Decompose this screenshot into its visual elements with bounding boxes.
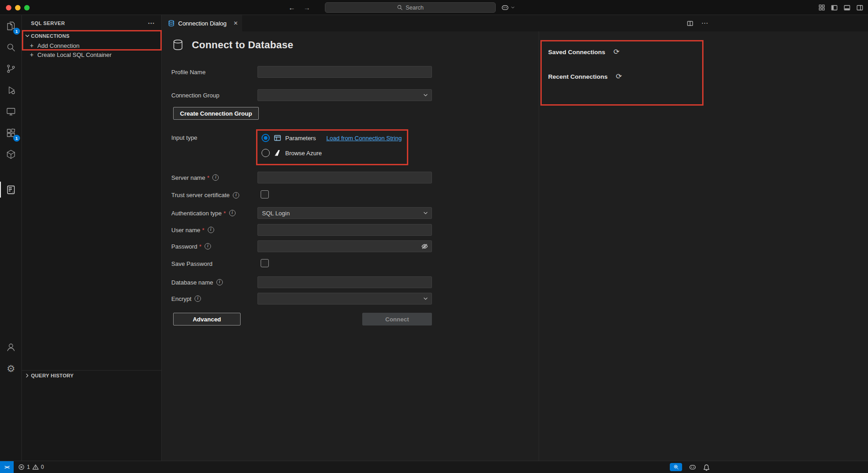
- chevron-down-icon: [422, 92, 429, 98]
- search-label: Search: [406, 5, 424, 11]
- info-icon[interactable]: i: [195, 295, 201, 302]
- activitybar-extensions[interactable]: 1: [0, 122, 22, 143]
- activitybar-source-control[interactable]: [0, 58, 22, 79]
- parameters-radio[interactable]: [262, 134, 270, 142]
- info-icon[interactable]: i: [233, 192, 239, 198]
- saved-connections-header: Saved Connections: [548, 49, 605, 56]
- encrypt-label: Encrypt i: [171, 295, 257, 302]
- authentication-type-select[interactable]: SQL Login: [257, 207, 432, 219]
- package-icon: [5, 149, 16, 160]
- input-type-parameters-option[interactable]: Parameters Load from Connection String: [262, 133, 432, 142]
- sidebar-more-actions-icon[interactable]: ⋯: [148, 19, 155, 27]
- password-input[interactable]: [257, 240, 432, 252]
- remote-indicator[interactable]: ><: [0, 461, 14, 473]
- split-editor-icon[interactable]: [687, 20, 693, 27]
- workbench: 1: [0, 15, 868, 461]
- close-tab-icon[interactable]: ✕: [233, 20, 238, 26]
- advanced-button[interactable]: Advanced: [173, 313, 241, 326]
- sql-server-icon: [5, 184, 16, 195]
- database-icon: [172, 39, 184, 51]
- problems-status-item[interactable]: 1 0: [18, 464, 44, 470]
- vscode-window: ← → Search: [0, 0, 868, 473]
- load-from-connection-string-link[interactable]: Load from Connection String: [326, 135, 401, 142]
- notifications-bell-icon[interactable]: [703, 464, 710, 471]
- toggle-primary-sidebar-icon[interactable]: [831, 4, 838, 11]
- toggle-password-visibility-icon[interactable]: [421, 243, 428, 250]
- copilot-status-icon[interactable]: [689, 463, 696, 471]
- input-type-browse-azure-option[interactable]: Browse Azure: [262, 148, 432, 158]
- input-type-row: Input type Parameters: [171, 133, 539, 158]
- info-icon[interactable]: i: [208, 227, 214, 233]
- copilot-icon: [501, 4, 509, 11]
- zoom-status-item[interactable]: [670, 463, 682, 471]
- page-title: Connect to Database: [192, 39, 293, 51]
- profile-name-input[interactable]: [257, 66, 432, 78]
- info-icon[interactable]: i: [216, 279, 223, 285]
- info-icon[interactable]: i: [205, 243, 211, 249]
- create-connection-group-button[interactable]: Create Connection Group: [173, 107, 259, 120]
- user-name-input[interactable]: [257, 224, 432, 236]
- editor-more-actions-icon[interactable]: ⋯: [701, 19, 709, 27]
- query-history-section-header[interactable]: QUERY HISTORY: [22, 370, 161, 380]
- trust-server-certificate-checkbox[interactable]: [261, 190, 269, 198]
- activitybar-accounts[interactable]: [0, 341, 22, 352]
- activitybar-run-debug[interactable]: [0, 79, 22, 101]
- error-icon: [18, 464, 25, 470]
- authentication-type-label: Authentication type * i: [171, 210, 257, 217]
- customize-layout-icon[interactable]: [818, 4, 825, 11]
- authentication-type-row: Authentication type * i SQL Login: [171, 207, 539, 219]
- tab-connection-dialog[interactable]: Connection Dialog ✕: [162, 15, 243, 31]
- toggle-panel-icon[interactable]: [843, 4, 851, 11]
- refresh-saved-connections-icon[interactable]: ⟳: [613, 48, 619, 56]
- activitybar-explorer[interactable]: 1: [0, 15, 22, 36]
- server-name-input[interactable]: [257, 172, 432, 183]
- connections-section-header[interactable]: CONNECTIONS: [22, 31, 161, 41]
- activitybar-sql-server[interactable]: [0, 179, 22, 200]
- search-box[interactable]: Search: [325, 2, 496, 13]
- activitybar-search[interactable]: [0, 36, 22, 58]
- close-window-button[interactable]: [6, 5, 11, 10]
- create-local-sql-container-item[interactable]: + Create Local SQL Container: [22, 50, 161, 59]
- sidebar-sql-server: SQL SERVER ⋯ CONNECTIONS + Add Connectio…: [22, 15, 162, 461]
- copilot-menu[interactable]: [501, 0, 515, 15]
- gear-icon: ⚙: [7, 363, 15, 374]
- add-connection-item[interactable]: + Add Connection: [22, 41, 161, 50]
- connection-group-select[interactable]: [257, 89, 432, 101]
- refresh-recent-connections-icon[interactable]: ⟳: [616, 73, 622, 80]
- activity-bar: 1: [0, 15, 22, 461]
- azure-icon: [274, 149, 281, 157]
- go-back-icon[interactable]: ←: [288, 4, 295, 11]
- browse-azure-radio[interactable]: [262, 149, 270, 157]
- database-name-label: Database name i: [171, 279, 257, 286]
- tab-bar: Connection Dialog ✕ ⋯: [162, 15, 868, 31]
- server-name-row: Server name * i: [171, 172, 539, 183]
- title-bar: ← → Search: [0, 0, 868, 15]
- info-icon[interactable]: i: [212, 174, 219, 181]
- database-name-input[interactable]: [257, 276, 432, 288]
- connection-dialog-content: Saved Connections ⟳ Recent Connections ⟳…: [162, 31, 868, 461]
- recent-connections-header: Recent Connections: [548, 73, 608, 80]
- encrypt-select[interactable]: [257, 293, 432, 305]
- maximize-window-button[interactable]: [24, 5, 30, 10]
- account-icon: [5, 341, 16, 352]
- search-icon: [5, 42, 16, 53]
- activitybar-remote-explorer[interactable]: [0, 101, 22, 122]
- statusbar-right-items: [670, 461, 710, 473]
- connect-button[interactable]: Connect: [362, 313, 432, 326]
- save-password-checkbox[interactable]: [261, 259, 269, 267]
- password-label: Password * i: [171, 243, 257, 250]
- save-password-label: Save Password: [171, 260, 257, 267]
- status-bar: >< 1 0: [0, 461, 868, 473]
- create-connection-group-row: Create Connection Group: [171, 107, 539, 120]
- layout-controls: [818, 0, 863, 15]
- chevron-down-icon: [422, 295, 429, 302]
- parameters-icon: [274, 134, 281, 142]
- form-actions-row: Advanced Connect: [171, 313, 539, 326]
- go-forward-icon[interactable]: →: [303, 4, 310, 11]
- minimize-window-button[interactable]: [15, 5, 21, 10]
- toggle-secondary-sidebar-icon[interactable]: [856, 4, 863, 11]
- info-icon[interactable]: i: [229, 210, 236, 216]
- activitybar-containers[interactable]: [0, 143, 22, 165]
- activitybar-settings[interactable]: ⚙: [0, 363, 22, 374]
- search-icon: [397, 5, 403, 10]
